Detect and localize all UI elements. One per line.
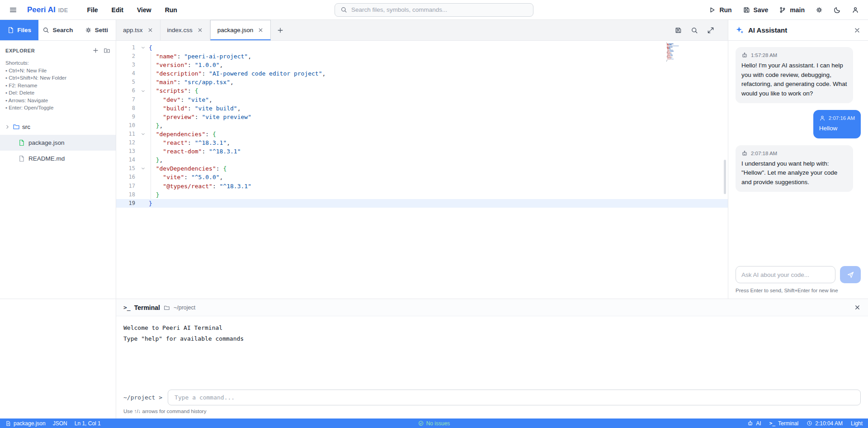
global-search-input[interactable] xyxy=(351,6,528,13)
fold-gutter xyxy=(137,78,149,86)
code-line[interactable]: 3 "version": "1.0.0", xyxy=(116,61,728,69)
play-icon xyxy=(708,6,716,14)
hamburger-menu-button[interactable] xyxy=(9,6,17,14)
menu-run[interactable]: Run xyxy=(165,6,177,14)
editor-tab-package.json[interactable]: package.json xyxy=(210,20,271,40)
code-line[interactable]: 1{ xyxy=(116,43,728,52)
code-line[interactable]: 7 "dev": "vite", xyxy=(116,95,728,104)
tree-item-README.md[interactable]: README.md xyxy=(0,151,116,166)
code-text: "main": "src/app.tsx", xyxy=(149,78,234,86)
status-terminal[interactable]: >_Terminal xyxy=(769,420,799,427)
terminal-icon: >_ xyxy=(769,420,775,426)
message-header: 1:57:28 AM xyxy=(741,52,847,58)
sidebar-tab-label: Files xyxy=(17,27,31,33)
close-terminal-button[interactable] xyxy=(854,304,861,311)
editor-scrollbar[interactable] xyxy=(724,160,726,194)
line-number: 9 xyxy=(116,113,137,121)
chevron-right-icon[interactable] xyxy=(5,124,10,130)
status-language: JSON xyxy=(53,420,67,427)
code-line[interactable]: 5 "main": "src/app.tsx", xyxy=(116,78,728,86)
close-ai-panel-button[interactable] xyxy=(854,27,861,34)
code-text: "name": "peeri-ai-project", xyxy=(149,52,251,61)
code-line[interactable]: 4 "description": "AI-powered code editor… xyxy=(116,69,728,78)
send-message-button[interactable] xyxy=(840,266,861,283)
menu-view[interactable]: View xyxy=(137,6,151,14)
tree-item-package.json[interactable]: package.json xyxy=(0,135,116,151)
line-number: 3 xyxy=(116,61,137,69)
code-text: "vite": "^5.0.0", xyxy=(149,173,223,181)
close-tab-icon[interactable] xyxy=(197,27,203,33)
run-button[interactable]: Run xyxy=(708,6,731,14)
terminal-panel: >_ Terminal ~/project Welcome to Peeri A… xyxy=(116,299,868,418)
sidebar-tab-files[interactable]: Files xyxy=(0,20,38,40)
line-number: 11 xyxy=(116,130,137,138)
code-line[interactable]: 14 }, xyxy=(116,156,728,164)
code-line[interactable]: 13 "react-dom": "^18.3.1" xyxy=(116,147,728,156)
ai-chat-input[interactable] xyxy=(736,266,835,283)
code-line[interactable]: 10 }, xyxy=(116,121,728,130)
fold-toggle[interactable] xyxy=(137,86,149,95)
chevron-down-icon xyxy=(141,45,146,50)
status-ai[interactable]: AI xyxy=(747,420,761,427)
editor-tab-app.tsx[interactable]: app.tsx xyxy=(116,20,160,40)
close-tab-icon[interactable] xyxy=(258,27,264,33)
code-line[interactable]: 15 "devDependencies": { xyxy=(116,164,728,173)
expand-editor-button[interactable] xyxy=(707,27,714,34)
save-icon xyxy=(675,27,682,34)
terminal-command-input[interactable] xyxy=(168,390,861,405)
menu-edit[interactable]: Edit xyxy=(112,6,123,14)
settings-button[interactable] xyxy=(816,6,823,14)
code-line[interactable]: 2 "name": "peeri-ai-project", xyxy=(116,52,728,61)
app-logo-text: Peeri AI xyxy=(27,5,56,14)
message-text: Hello! I'm your AI assistant. I can help… xyxy=(741,61,847,98)
find-in-file-button[interactable] xyxy=(691,27,698,34)
account-button[interactable] xyxy=(852,6,859,14)
fold-gutter xyxy=(137,156,149,164)
code-line[interactable]: 18 } xyxy=(116,190,728,199)
shortcut-item: • Del: Delete xyxy=(5,89,110,97)
fold-gutter xyxy=(137,61,149,69)
ai-input-hint: Press Enter to send, Shift+Enter for new… xyxy=(728,285,868,299)
code-line[interactable]: 19} xyxy=(116,199,728,208)
save-button[interactable]: Save xyxy=(743,6,769,14)
code-text: "dependencies": { xyxy=(149,130,216,138)
code-editor[interactable]: 1{2 "name": "peeri-ai-project",3 "versio… xyxy=(116,41,728,299)
code-text: "@types/react": "^18.3.1" xyxy=(149,182,251,190)
save-file-button[interactable] xyxy=(675,27,682,34)
code-line[interactable]: 16 "vite": "^5.0.0", xyxy=(116,173,728,181)
menu-file[interactable]: File xyxy=(87,6,98,14)
fold-toggle[interactable] xyxy=(137,164,149,173)
editor-column: app.tsxindex.csspackage.json 1{2 "name":… xyxy=(116,20,728,299)
new-tab-button[interactable] xyxy=(271,20,290,40)
code-line[interactable]: 11 "dependencies": { xyxy=(116,130,728,138)
tree-item-label: README.md xyxy=(28,155,65,162)
app-window: Peeri AI IDE FileEditViewRun RunSavemain… xyxy=(0,0,868,428)
git-branch-button[interactable]: main xyxy=(779,6,805,14)
code-line[interactable]: 8 "build": "vite build", xyxy=(116,104,728,113)
code-line[interactable]: 9 "preview": "vite preview" xyxy=(116,113,728,121)
close-tab-icon[interactable] xyxy=(147,27,153,33)
new-folder-button[interactable] xyxy=(104,47,110,54)
fold-toggle[interactable] xyxy=(137,130,149,138)
terminal-prompt: ~/project > xyxy=(123,394,162,401)
editor-tab-index.css[interactable]: index.css xyxy=(160,20,210,40)
chevron-down-icon xyxy=(141,89,146,94)
new-file-button[interactable] xyxy=(92,47,99,54)
sidebar-tab-settings[interactable]: Setti xyxy=(77,20,116,40)
status-file: package.json xyxy=(5,420,46,427)
code-line[interactable]: 6 "scripts": { xyxy=(116,86,728,95)
branch-icon xyxy=(779,6,786,14)
code-line[interactable]: 12 "react": "^18.3.1", xyxy=(116,138,728,147)
fold-toggle[interactable] xyxy=(137,43,149,52)
code-line[interactable]: 17 "@types/react": "^18.3.1" xyxy=(116,182,728,190)
robot-icon xyxy=(747,420,753,426)
tree-item-src[interactable]: src xyxy=(0,119,116,135)
status-time[interactable]: 2:10:04 AM xyxy=(807,420,843,427)
fold-gutter xyxy=(137,173,149,181)
message-timestamp: 2:07:16 AM xyxy=(829,115,855,121)
sidebar-tab-search[interactable]: Search xyxy=(38,20,77,40)
status-theme[interactable]: Light xyxy=(851,420,863,427)
minimap[interactable] xyxy=(666,43,688,62)
theme-toggle-button[interactable] xyxy=(834,6,841,14)
hamburger-icon xyxy=(9,6,17,14)
